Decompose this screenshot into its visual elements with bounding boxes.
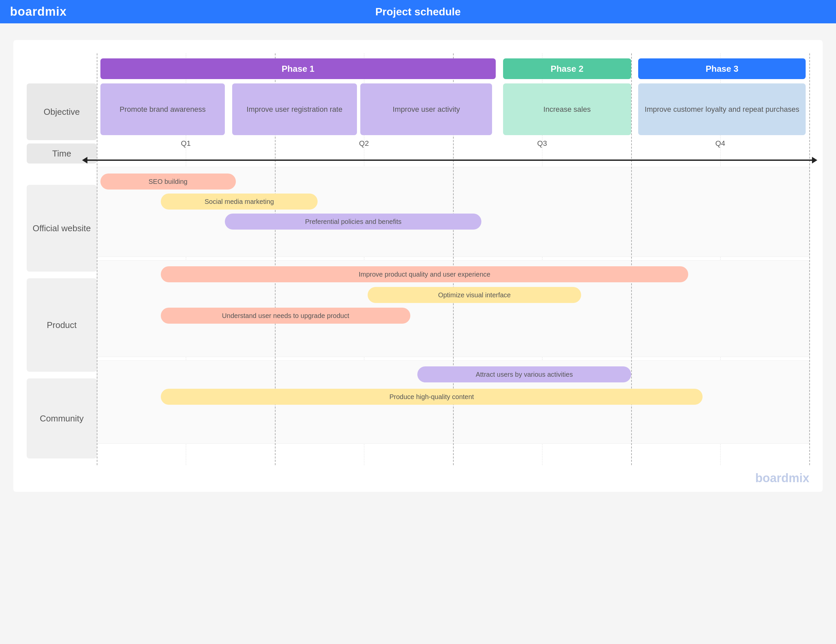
main-content: Objective Time Official website Product	[0, 23, 836, 644]
obj-improve-activity: Improve user activity	[360, 83, 492, 135]
header: boardmix Project schedule	[0, 0, 836, 23]
gantt-preferential-policies[interactable]: Preferential policies and benefits	[225, 214, 482, 230]
logo: boardmix	[10, 5, 67, 19]
product-label: Product	[27, 278, 97, 372]
gantt-understand-user-needs[interactable]: Understand user needs to upgrade product	[161, 308, 410, 324]
phase-1-bar: Phase 1	[100, 59, 496, 79]
q2-label: Q2	[359, 139, 369, 148]
gantt-seo-building[interactable]: SEO building	[100, 173, 236, 190]
gantt-produce-content[interactable]: Produce high-quality content	[161, 389, 702, 405]
official-website-label: Official website	[27, 185, 97, 271]
q4-label: Q4	[715, 139, 725, 148]
q3-label: Q3	[537, 139, 547, 148]
gantt-improve-product-quality[interactable]: Improve product quality and user experie…	[161, 266, 688, 282]
obj-improve-loyalty: Improve customer loyalty and repeat purc…	[638, 83, 806, 135]
q1-label: Q1	[181, 139, 191, 148]
gantt-optimize-visual[interactable]: Optimize visual interface	[367, 287, 581, 303]
objective-label: Objective	[27, 83, 97, 140]
watermark: boardmix	[755, 471, 809, 485]
phase-2-bar: Phase 2	[503, 59, 631, 79]
obj-increase-sales: Increase sales	[503, 83, 631, 135]
obj-improve-registration: Improve user registration rate	[232, 83, 357, 135]
app-container: boardmix Project schedule Objective T	[0, 0, 836, 644]
page-title: Project schedule	[375, 6, 461, 18]
gantt-attract-users[interactable]: Attract users by various activities	[417, 366, 631, 382]
obj-promote-brand: Promote brand awareness	[100, 83, 225, 135]
community-label: Community	[27, 378, 97, 458]
gantt-social-media[interactable]: Social media marketing	[161, 193, 318, 209]
timeline-arrow	[87, 160, 813, 161]
phase-3-bar: Phase 3	[638, 59, 806, 79]
